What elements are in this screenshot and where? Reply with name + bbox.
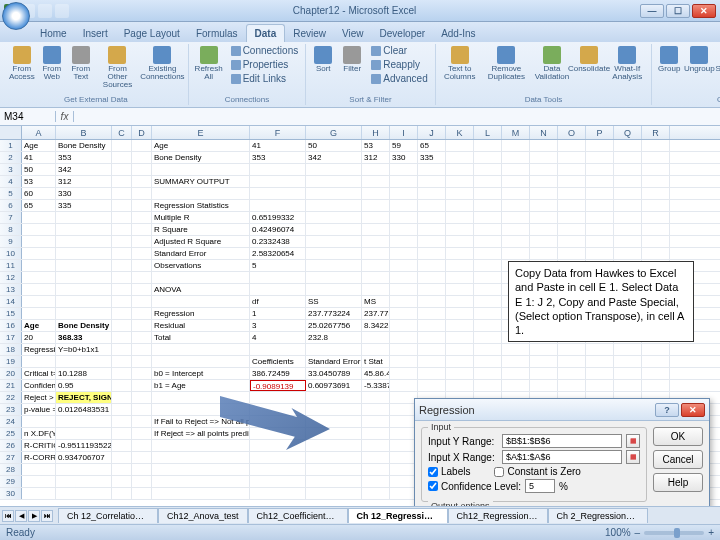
- maximize-button[interactable]: ☐: [666, 4, 690, 18]
- cell[interactable]: [152, 188, 250, 199]
- cell[interactable]: [22, 416, 56, 427]
- cell[interactable]: [446, 224, 474, 235]
- labels-checkbox[interactable]: [428, 467, 438, 477]
- cell[interactable]: 237.773224: [306, 308, 362, 319]
- cell[interactable]: [446, 152, 474, 163]
- cell[interactable]: ANOVA: [152, 284, 250, 295]
- cell[interactable]: [474, 164, 502, 175]
- cell[interactable]: [56, 272, 112, 283]
- sheet-tab[interactable]: Ch12_Coefficient_test: [248, 508, 348, 523]
- cell[interactable]: [474, 284, 502, 295]
- cell[interactable]: [390, 296, 418, 307]
- cell[interactable]: [474, 308, 502, 319]
- cell[interactable]: [250, 272, 306, 283]
- cell[interactable]: [474, 248, 502, 259]
- sort-button[interactable]: Sort: [310, 44, 336, 75]
- cell[interactable]: [586, 380, 614, 391]
- cell[interactable]: [132, 404, 152, 415]
- cell[interactable]: [362, 332, 390, 343]
- cell[interactable]: [530, 212, 558, 223]
- cell[interactable]: [502, 236, 530, 247]
- row-header[interactable]: 14: [0, 296, 22, 307]
- x-range-input[interactable]: [502, 450, 622, 464]
- cell[interactable]: 2.58320654: [250, 248, 306, 259]
- cell[interactable]: [530, 224, 558, 235]
- col-header[interactable]: P: [586, 126, 614, 139]
- cell[interactable]: p-value =: [22, 404, 56, 415]
- cell[interactable]: 25.0267756: [306, 320, 362, 331]
- cell[interactable]: [474, 224, 502, 235]
- cell[interactable]: [530, 164, 558, 175]
- cell[interactable]: [306, 164, 362, 175]
- cell[interactable]: [362, 212, 390, 223]
- col-header[interactable]: H: [362, 126, 390, 139]
- cell[interactable]: [112, 380, 132, 391]
- cell[interactable]: [362, 260, 390, 271]
- cell[interactable]: [642, 236, 670, 247]
- cell[interactable]: [446, 368, 474, 379]
- cell[interactable]: [614, 368, 642, 379]
- cell[interactable]: [390, 248, 418, 259]
- cell[interactable]: [306, 464, 362, 475]
- cell[interactable]: [250, 344, 306, 355]
- col-header[interactable]: A: [22, 126, 56, 139]
- fx-icon[interactable]: fx: [56, 111, 74, 122]
- cell[interactable]: [362, 164, 390, 175]
- cell[interactable]: [152, 476, 250, 487]
- row-header[interactable]: 25: [0, 428, 22, 439]
- cell[interactable]: 41: [250, 140, 306, 151]
- office-button[interactable]: [2, 2, 30, 30]
- tab-nav-first-icon[interactable]: ⏮: [2, 510, 14, 522]
- row-header[interactable]: 17: [0, 332, 22, 343]
- cell[interactable]: [418, 320, 446, 331]
- col-header[interactable]: C: [112, 126, 132, 139]
- cell[interactable]: [502, 212, 530, 223]
- cell[interactable]: 232.8: [306, 332, 362, 343]
- cell[interactable]: [418, 188, 446, 199]
- cell[interactable]: [22, 488, 56, 499]
- cell[interactable]: [250, 452, 306, 463]
- cell[interactable]: 0.95: [56, 380, 112, 391]
- cell[interactable]: [132, 248, 152, 259]
- cell[interactable]: [418, 308, 446, 319]
- cell[interactable]: [56, 248, 112, 259]
- tab-home[interactable]: Home: [32, 25, 75, 42]
- cell[interactable]: [502, 224, 530, 235]
- cell[interactable]: [112, 296, 132, 307]
- cell[interactable]: [250, 200, 306, 211]
- cell[interactable]: 20: [22, 332, 56, 343]
- cell[interactable]: [614, 188, 642, 199]
- tab-nav-next-icon[interactable]: ▶: [28, 510, 40, 522]
- tab-addins[interactable]: Add-Ins: [433, 25, 483, 42]
- cell[interactable]: [112, 476, 132, 487]
- cell[interactable]: [418, 272, 446, 283]
- cell[interactable]: [112, 320, 132, 331]
- cell[interactable]: [446, 176, 474, 187]
- cell[interactable]: [586, 368, 614, 379]
- cell[interactable]: [418, 224, 446, 235]
- cell[interactable]: 0.0126483531: [56, 404, 112, 415]
- from-other-button[interactable]: From Other Sources: [97, 44, 138, 91]
- cell[interactable]: [250, 164, 306, 175]
- cell[interactable]: [152, 296, 250, 307]
- close-button[interactable]: ✕: [692, 4, 716, 18]
- cell[interactable]: [502, 164, 530, 175]
- cell[interactable]: 0.2332438: [250, 236, 306, 247]
- cell[interactable]: 8.34225852: [362, 320, 390, 331]
- dialog-help-icon[interactable]: ?: [655, 403, 679, 417]
- col-header[interactable]: I: [390, 126, 418, 139]
- row-header[interactable]: 7: [0, 212, 22, 223]
- cell[interactable]: Coefficients: [250, 356, 306, 367]
- cell[interactable]: Bone Density: [56, 320, 112, 331]
- row-header[interactable]: 11: [0, 260, 22, 271]
- cell[interactable]: [22, 212, 56, 223]
- cell[interactable]: [558, 152, 586, 163]
- cell[interactable]: [152, 164, 250, 175]
- cell[interactable]: [112, 356, 132, 367]
- row-header[interactable]: 27: [0, 452, 22, 463]
- cell[interactable]: [306, 188, 362, 199]
- properties-button[interactable]: Properties: [228, 58, 302, 71]
- cell[interactable]: [250, 488, 306, 499]
- cell[interactable]: [362, 200, 390, 211]
- ungroup-button[interactable]: Ungroup: [685, 44, 713, 75]
